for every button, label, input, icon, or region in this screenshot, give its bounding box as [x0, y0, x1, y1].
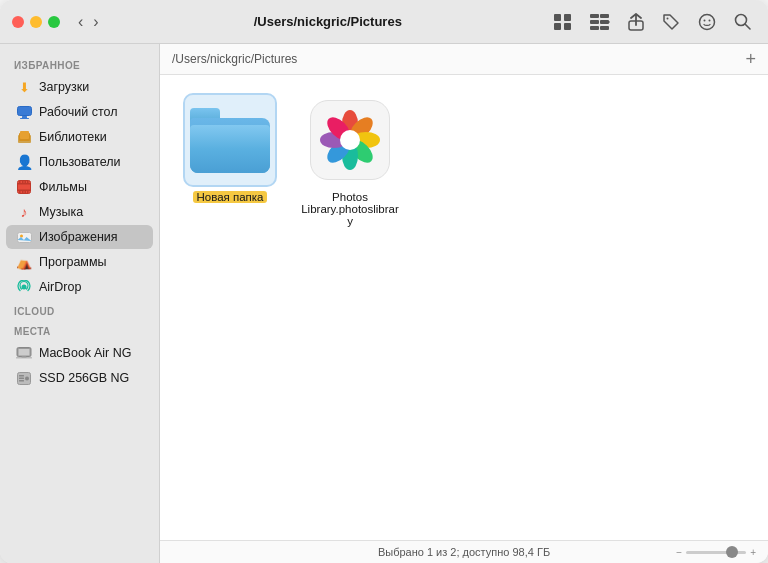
file-label-photos-library: Photos Library.photoslibrary [300, 191, 400, 227]
svg-rect-0 [554, 14, 561, 21]
sidebar-item-airdrop[interactable]: AirDrop [6, 275, 153, 299]
svg-rect-8 [590, 26, 599, 30]
svg-rect-45 [19, 380, 24, 382]
places-label: Места [0, 320, 159, 340]
svg-point-14 [704, 19, 706, 21]
photos-icon-wrap [305, 95, 395, 185]
apps-icon: ⛺ [16, 254, 32, 270]
status-text: Выбрано 1 из 2; доступно 98,4 ГБ [378, 546, 550, 558]
svg-point-55 [340, 130, 360, 150]
svg-rect-25 [18, 183, 31, 185]
sidebar-label-macbook: MacBook Air NG [39, 346, 131, 360]
sidebar-item-users[interactable]: 👤 Пользователи [6, 150, 153, 174]
statusbar: Выбрано 1 из 2; доступно 98,4 ГБ − + [160, 540, 768, 563]
svg-rect-29 [25, 181, 27, 184]
add-button[interactable]: + [745, 50, 756, 68]
fullscreen-button[interactable] [48, 16, 60, 28]
slider-track [686, 551, 746, 554]
view-icon-grid[interactable] [549, 11, 577, 33]
titlebar: ‹ › /Users/nickgric/Pictures [0, 0, 768, 44]
forward-button[interactable]: › [89, 11, 102, 33]
svg-marker-10 [609, 19, 610, 25]
sidebar-item-apps[interactable]: ⛺ Программы [6, 250, 153, 274]
emoji-icon[interactable] [693, 10, 721, 34]
sidebar-label-movies: Фильмы [39, 180, 87, 194]
music-icon: ♪ [16, 204, 32, 220]
zoom-slider[interactable]: − + [676, 547, 756, 558]
toolbar-icons [549, 10, 756, 34]
sidebar-label-ssd: SSD 256GB NG [39, 371, 129, 385]
sidebar-item-downloads[interactable]: ⬇ Загрузки [6, 75, 153, 99]
content-path: /Users/nickgric/Pictures [172, 52, 297, 66]
view-icon-list[interactable] [585, 11, 615, 33]
svg-point-36 [20, 234, 23, 237]
finder-window: ‹ › /Users/nickgric/Pictures [0, 0, 768, 563]
sidebar-label-libraries: Библиотеки [39, 130, 107, 144]
users-icon: 👤 [16, 154, 32, 170]
desktop-icon [16, 104, 32, 120]
pictures-icon [16, 229, 32, 245]
sidebar-label-music: Музыка [39, 205, 83, 219]
folder-front [190, 125, 270, 173]
file-label-new-folder: Новая папка [193, 191, 266, 203]
svg-rect-32 [22, 191, 24, 194]
sidebar: Избранное ⬇ Загрузки Рабочий стол [0, 44, 160, 563]
svg-rect-39 [19, 349, 30, 356]
svg-rect-6 [590, 20, 599, 24]
svg-rect-44 [19, 377, 24, 379]
icloud-label: iCloud [0, 300, 159, 320]
file-grid: Новая папка [160, 75, 768, 540]
sidebar-item-movies[interactable]: Фильмы [6, 175, 153, 199]
downloads-icon: ⬇ [16, 79, 32, 95]
minimize-button[interactable] [30, 16, 42, 28]
window-path-title: /Users/nickgric/Pictures [115, 14, 541, 29]
traffic-lights [12, 16, 60, 28]
svg-point-46 [25, 376, 29, 380]
svg-rect-9 [600, 26, 609, 30]
sidebar-item-desktop[interactable]: Рабочий стол [6, 100, 153, 124]
svg-rect-2 [554, 23, 561, 30]
svg-point-12 [667, 17, 669, 19]
macbook-icon [16, 345, 32, 361]
svg-rect-26 [18, 190, 31, 192]
file-item-photos-library[interactable]: Photos Library.photoslibrary [300, 95, 400, 227]
folder-icon [190, 108, 270, 173]
libraries-icon [16, 129, 32, 145]
main-area: Избранное ⬇ Загрузки Рабочий стол [0, 44, 768, 563]
back-button[interactable]: ‹ [74, 11, 87, 33]
svg-rect-31 [19, 191, 21, 194]
tag-icon[interactable] [657, 10, 685, 34]
slider-minus-icon: − [676, 547, 682, 558]
svg-rect-3 [564, 23, 571, 30]
slider-thumb [726, 546, 738, 558]
sidebar-item-libraries[interactable]: Библиотеки [6, 125, 153, 149]
share-icon[interactable] [623, 10, 649, 34]
sidebar-label-airdrop: AirDrop [39, 280, 81, 294]
svg-rect-7 [600, 20, 609, 24]
svg-rect-23 [20, 131, 29, 139]
svg-rect-18 [17, 106, 31, 115]
svg-rect-27 [19, 181, 21, 184]
svg-rect-35 [17, 232, 31, 242]
content-header: /Users/nickgric/Pictures + [160, 44, 768, 75]
sidebar-label-users: Пользователи [39, 155, 121, 169]
search-icon[interactable] [729, 10, 756, 33]
close-button[interactable] [12, 16, 24, 28]
sidebar-label-downloads: Загрузки [39, 80, 89, 94]
slider-plus-icon: + [750, 547, 756, 558]
sidebar-item-macbook[interactable]: MacBook Air NG [6, 341, 153, 365]
svg-rect-1 [564, 14, 571, 21]
svg-rect-33 [25, 191, 27, 194]
svg-point-37 [22, 285, 27, 290]
svg-rect-41 [22, 357, 27, 359]
airdrop-icon [16, 279, 32, 295]
file-item-new-folder[interactable]: Новая папка [180, 95, 280, 227]
favorites-label: Избранное [0, 54, 159, 74]
sidebar-item-ssd[interactable]: SSD 256GB NG [6, 366, 153, 390]
ssd-icon [16, 370, 32, 386]
svg-line-17 [745, 24, 750, 29]
sidebar-label-desktop: Рабочий стол [39, 105, 117, 119]
svg-rect-43 [19, 375, 24, 377]
sidebar-item-music[interactable]: ♪ Музыка [6, 200, 153, 224]
sidebar-item-pictures[interactable]: Изображения [6, 225, 153, 249]
